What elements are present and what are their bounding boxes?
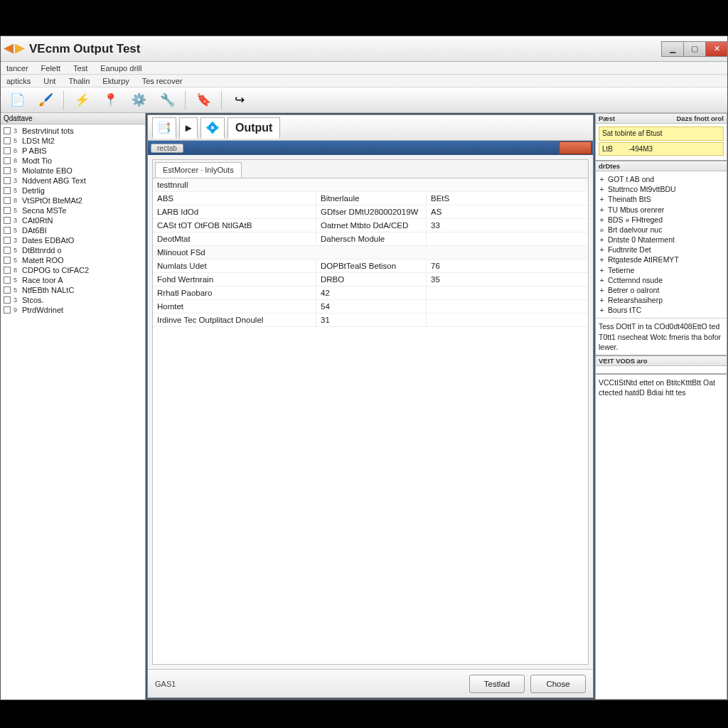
tree-checkbox[interactable] — [4, 177, 11, 184]
panel-tree-item[interactable]: +Stuttrnco Mt9vttBDU — [599, 184, 724, 194]
toolbar-gear-button[interactable]: ⚙️ — [125, 90, 152, 111]
close-button[interactable]: ✕ — [705, 41, 728, 57]
close-dialog-button[interactable]: Chose — [530, 675, 586, 693]
menu-item[interactable]: Tes recover — [142, 77, 183, 85]
tree-checkbox[interactable] — [4, 207, 11, 214]
tree-checkbox[interactable] — [4, 267, 11, 274]
menu-item[interactable]: Eanupo drill — [100, 64, 141, 73]
expand-icon[interactable]: + — [599, 255, 605, 264]
expand-icon[interactable]: + — [599, 305, 605, 315]
inner-tab[interactable]: EstMorcer · InlyOuts — [155, 162, 242, 178]
panel-tree-item[interactable]: +Betrer o oalront — [599, 285, 724, 295]
tree-item[interactable]: 5LDSt Mt2 — [1, 136, 145, 146]
grid-row[interactable]: Homtet54 — [153, 300, 588, 314]
tree-item[interactable]: 5NtfEBth NALtC — [1, 285, 145, 295]
dialog-tab-icon-1[interactable]: 📑 — [152, 117, 176, 139]
menu-item[interactable]: Thalin — [68, 77, 90, 85]
expand-icon[interactable]: + — [599, 245, 605, 255]
tree-item[interactable]: 8CDPOG to CtFAC2 — [1, 265, 145, 275]
panel-tree-item[interactable]: »Brt daelvour nuc — [599, 225, 724, 235]
grid-row[interactable]: Irdinve Tec Outplitact Dnoulel31 — [153, 314, 588, 327]
tree-item[interactable]: 8P ABtS — [1, 146, 145, 156]
toolbar-wrench-button[interactable]: 🔧 — [154, 90, 181, 111]
menu-item[interactable]: Felett — [41, 64, 61, 73]
toolbar-bolt-button[interactable]: ⚡ — [68, 90, 95, 111]
expand-icon[interactable]: » — [599, 225, 605, 235]
grid-row[interactable]: CASt tOT OtFOB NtIGAtBOatrnet Mtbto DdA/… — [153, 219, 588, 232]
test-button[interactable]: Testlad — [469, 675, 525, 693]
tree-item[interactable]: 3CAt0RtN — [1, 215, 145, 225]
module-tree[interactable]: 3Bestrvtinut tots5LDSt Mt28P ABtS8Modt T… — [1, 124, 145, 700]
expand-icon[interactable]: + — [599, 295, 605, 305]
tree-item[interactable]: 5Secna MSTe — [1, 205, 145, 215]
tree-checkbox[interactable] — [4, 217, 11, 224]
toolbar-arrow-button[interactable]: ↪ — [226, 90, 253, 111]
dialog-tab-icon-2[interactable]: ▸ — [179, 117, 198, 139]
output-grid[interactable]: testtnrullABSBitnerlauleBEtSLARB IdOdGDf… — [153, 178, 588, 664]
panel-tree-item[interactable]: +Rtgatesde AtIREMYT — [599, 255, 724, 264]
grid-row[interactable]: LARB IdOdGDfser DMtU280002019WAS — [153, 205, 588, 219]
toolbar-pin-button[interactable]: 📍 — [97, 90, 124, 111]
tree-checkbox[interactable] — [4, 237, 11, 244]
tree-item[interactable]: 9PtrdWdrinet — [1, 305, 145, 315]
tree-item[interactable]: 5Race toor A — [1, 275, 145, 285]
tree-checkbox[interactable] — [4, 197, 11, 204]
tree-checkbox[interactable] — [4, 277, 11, 284]
tree-checkbox[interactable] — [4, 167, 11, 174]
tree-checkbox[interactable] — [4, 306, 11, 314]
tree-checkbox[interactable] — [4, 227, 11, 234]
expand-icon[interactable]: + — [599, 184, 605, 194]
expand-icon[interactable]: + — [599, 174, 605, 184]
panel-tree-item[interactable]: +GOT t AB ond — [599, 174, 724, 184]
panel-tree-item[interactable]: +Fudtnrite Det — [599, 245, 724, 255]
tree-checkbox[interactable] — [4, 147, 11, 154]
tree-item[interactable]: 8Modt Tio — [1, 156, 145, 166]
tree-item[interactable]: 5Matett ROO — [1, 255, 145, 265]
tree-item[interactable]: 8VtSPtOt BteMAt2 — [1, 196, 145, 205]
expand-icon[interactable]: + — [599, 275, 605, 285]
panel-tree-body[interactable]: +GOT t AB ond+Stuttrnco Mt9vttBDU+Theina… — [596, 171, 727, 318]
expand-icon[interactable]: + — [599, 194, 605, 204]
minimize-button[interactable]: ▁ — [661, 41, 684, 57]
tree-item[interactable]: 5Detrlig — [1, 186, 145, 196]
tree-checkbox[interactable] — [4, 287, 11, 294]
tree-item[interactable]: 3Nddvent ABG Text — [1, 176, 145, 186]
subbar-chip[interactable]: rectab — [151, 144, 183, 153]
toolbar-tag-button[interactable]: 🔖 — [190, 90, 217, 111]
expand-icon[interactable]: + — [599, 215, 605, 225]
tree-checkbox[interactable] — [4, 157, 11, 164]
tree-item[interactable]: 3Stcos. — [1, 295, 145, 305]
tree-checkbox[interactable] — [4, 127, 11, 134]
panel-tree-item[interactable]: +TU Mbus orenrer — [599, 205, 724, 215]
menu-item[interactable]: Unt — [43, 77, 55, 85]
grid-row[interactable]: DeotMtatDahersch Module — [153, 232, 588, 246]
dialog-tab-output[interactable]: Output — [228, 117, 280, 139]
panel-tree-item[interactable]: +Retearshasiherp — [599, 295, 724, 305]
maximize-button[interactable]: ▢ — [683, 41, 706, 57]
tree-item[interactable]: 5Miolatnte EBO — [1, 166, 145, 176]
menu-item[interactable]: Test — [73, 64, 87, 73]
tree-item[interactable]: 5DtBttnrdd o — [1, 245, 145, 255]
menu-item[interactable]: tancer — [6, 64, 28, 73]
toolbar-document-button[interactable]: 📄 — [4, 90, 31, 111]
panel-tree-item[interactable]: +Theinath BtS — [599, 194, 724, 204]
expand-icon[interactable]: + — [599, 285, 605, 295]
grid-row[interactable]: ABSBitnerlauleBEtS — [153, 192, 588, 205]
subbar-close-button[interactable] — [559, 141, 592, 154]
tree-checkbox[interactable] — [4, 137, 11, 144]
panel-tree-item[interactable]: +Tetierne — [599, 265, 724, 275]
panel-tree-item[interactable]: +Bours tTC — [599, 305, 724, 315]
tree-item[interactable]: 5DAt6BI — [1, 225, 145, 235]
tree-checkbox[interactable] — [4, 187, 11, 194]
panel-tree-item[interactable]: +Cctternnd nsude — [599, 275, 724, 285]
dialog-tab-icon-3[interactable]: 💠 — [200, 117, 225, 139]
tree-checkbox[interactable] — [4, 296, 11, 304]
grid-row[interactable]: Rrhatl Paobaro42 — [153, 287, 588, 300]
tree-item[interactable]: 3Bestrvtinut tots — [1, 126, 145, 136]
tree-checkbox[interactable] — [4, 247, 11, 254]
expand-icon[interactable]: + — [599, 205, 605, 215]
tree-checkbox[interactable] — [4, 257, 11, 264]
panel-tree-item[interactable]: +BDS » FHtreged — [599, 215, 724, 225]
menu-item[interactable]: apticks — [6, 77, 31, 85]
toolbar-brush-button[interactable]: 🖌️ — [32, 90, 59, 111]
